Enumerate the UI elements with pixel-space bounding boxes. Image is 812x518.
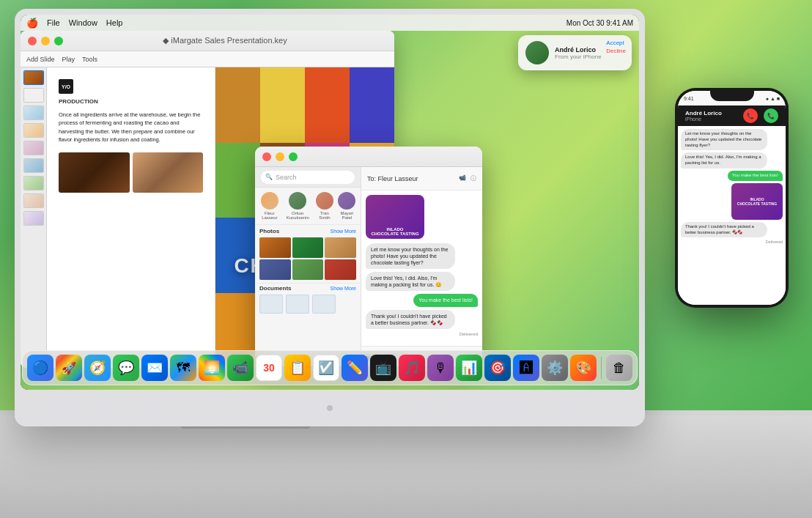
dock-icon-photos[interactable]: 🌅 xyxy=(199,355,225,381)
msg-received-4: Thank you! I couldn't have picked a bett… xyxy=(366,310,455,329)
docs-grid xyxy=(259,295,356,314)
photo-thumb-1[interactable] xyxy=(259,237,291,258)
menubar-window[interactable]: Window xyxy=(69,18,97,27)
slide-thumb-3[interactable] xyxy=(23,106,44,120)
slide-section: PRODUCTION xyxy=(59,98,203,105)
dock-icon-screensaver[interactable]: 🎨 xyxy=(570,355,597,381)
toolbar-add-slide[interactable]: Add Slide xyxy=(26,56,55,63)
dock-icon-settings[interactable]: ⚙️ xyxy=(542,355,568,381)
dock-icon-appletv[interactable]: 📺 xyxy=(370,355,396,381)
menubar-right: Mon Oct 30 9:41 AM xyxy=(566,19,633,27)
imessage-maximize-button[interactable] xyxy=(289,152,298,161)
choc-cell-3 xyxy=(305,67,350,143)
info-icon[interactable]: ⓘ xyxy=(470,174,476,182)
imessage-minimize-button[interactable] xyxy=(276,152,284,161)
choc-cell-1 xyxy=(215,67,260,143)
slide-thumb-7[interactable] xyxy=(23,176,44,190)
dock-icon-launchpad[interactable]: 🚀 xyxy=(56,355,82,381)
menubar-help[interactable]: Help xyxy=(106,18,123,27)
search-input-bar[interactable]: 🔍 Search xyxy=(261,171,355,184)
imac-screen: 🍎 File Window Help Mon Oct 30 9:41 AM xyxy=(21,15,639,390)
contact-avatar-fleur xyxy=(261,192,278,210)
dock-icon-trash[interactable]: 🗑 xyxy=(606,355,632,381)
menubar-file[interactable]: File xyxy=(47,18,60,27)
doc-thumb-2[interactable] xyxy=(286,295,309,314)
dock-icon-mail[interactable]: ✉️ xyxy=(141,355,168,381)
choc-cell-2 xyxy=(260,67,305,143)
msg-bubble-3: Thank you! I couldn't have picked a bett… xyxy=(366,310,455,329)
notif-decline-button[interactable]: Decline xyxy=(606,48,626,54)
docs-show-more[interactable]: Show More xyxy=(331,286,356,291)
notif-buttons: Accept Decline xyxy=(606,40,626,54)
slide-thumb-2[interactable] xyxy=(23,88,44,103)
choc-cell-5 xyxy=(215,143,260,218)
dock-icon-numbers[interactable]: 📊 xyxy=(456,355,482,381)
menubar-left: 🍎 File Window Help xyxy=(26,18,122,29)
contact-mayori[interactable]: Mayori Patel xyxy=(338,192,356,220)
minimize-button[interactable] xyxy=(41,37,50,45)
slide-thumb-6[interactable] xyxy=(23,158,44,173)
slide-thumb-9[interactable] xyxy=(23,211,44,226)
slide-thumb-8[interactable] xyxy=(23,193,44,208)
notification-banner: André Lorico From your iPhone Accept Dec… xyxy=(518,35,632,70)
contact-name-mayori: Mayori Patel xyxy=(338,211,356,220)
call-end-button[interactable]: 📞 xyxy=(743,108,758,123)
dock-icon-notes[interactable]: 📋 xyxy=(284,355,311,381)
imessage-titlebar xyxy=(255,147,482,167)
dock-icon-freeform[interactable]: ✏️ xyxy=(342,355,368,381)
doc-thumb-3[interactable] xyxy=(312,295,336,314)
iphone-msg-3: You make the best lists! xyxy=(728,171,783,181)
imessage-body: 🔍 Search Fleur Lasseur xyxy=(255,167,482,366)
slide-thumb-1[interactable] xyxy=(23,70,44,85)
dock-icon-music[interactable]: 🎵 xyxy=(399,355,425,381)
contact-name-fleur: Fleur Lasseur xyxy=(259,211,280,220)
notif-accept-button[interactable]: Accept xyxy=(606,40,626,46)
apple-menu[interactable]: 🍎 xyxy=(26,18,38,29)
dock-icon-finder[interactable]: 🔵 xyxy=(27,355,53,381)
dock-icon-safari[interactable]: 🧭 xyxy=(84,355,111,381)
contact-fleur[interactable]: Fleur Lasseur xyxy=(259,192,280,220)
contact-avatar-orkun xyxy=(289,192,306,210)
doc-thumb-1[interactable] xyxy=(259,295,283,314)
dock-icon-maps[interactable]: 🗺 xyxy=(170,355,196,381)
dock-icon-appstore[interactable]: 🅰 xyxy=(513,355,539,381)
toolbar-tools[interactable]: Tools xyxy=(82,56,97,63)
photo-thumb-3[interactable] xyxy=(325,237,356,258)
toolbar-play[interactable]: Play xyxy=(62,56,75,63)
video-icon[interactable]: 📹 xyxy=(459,174,466,182)
dock-icon-keynote[interactable]: 🎯 xyxy=(484,355,511,381)
iphone-msg-img: INLADOCHOCOLATE TASTING xyxy=(731,183,783,220)
photo-thumb-4[interactable] xyxy=(259,259,291,280)
iphone-notch xyxy=(710,91,754,101)
dock-icon-calendar[interactable]: 30 xyxy=(256,355,282,381)
keynote-toolbar: Add Slide Play Tools xyxy=(21,51,394,67)
contact-avatar-tran xyxy=(316,192,333,210)
slide-thumb-5[interactable] xyxy=(23,141,44,155)
photo-thumb-6[interactable] xyxy=(325,259,356,280)
msg-received-3: Love this! Yes, I did. Also, I'm making … xyxy=(366,272,455,291)
contact-tran[interactable]: Tran Smith xyxy=(316,192,333,220)
photo-thumb-5[interactable] xyxy=(292,259,324,280)
dock-icon-reminders[interactable]: ☑️ xyxy=(313,355,339,381)
chat-messages: INLADOCHOCOLATE TASTING Let me know your… xyxy=(361,190,482,346)
call-accept-button[interactable]: 📞 xyxy=(764,108,778,123)
contact-orkun[interactable]: Orkun Kucuksenin xyxy=(284,192,311,220)
dock-icon-facetime[interactable]: 📹 xyxy=(227,355,254,381)
maximize-button[interactable] xyxy=(54,37,63,45)
imessage-search-bar[interactable]: 🔍 Search xyxy=(255,167,361,188)
iphone-msg-4: Thank you! I couldn't have picked a bett… xyxy=(681,222,767,238)
photos-section: Photos Show More xyxy=(255,225,361,283)
window-controls[interactable] xyxy=(28,37,63,45)
photo-thumb-2[interactable] xyxy=(292,237,324,258)
photos-show-more[interactable]: Show More xyxy=(331,229,356,234)
slide-thumb-4[interactable] xyxy=(23,123,44,138)
contact-name-orkun: Orkun Kucuksenin xyxy=(284,211,311,220)
imac-chin xyxy=(15,390,645,426)
iphone-msg-2: Love this! Yes, I did. Also, I'm making … xyxy=(681,152,767,169)
imessage-window-controls[interactable] xyxy=(262,152,298,161)
dock-icon-messages[interactable]: 💬 xyxy=(113,355,139,381)
dock-icon-podcasts[interactable]: 🎙 xyxy=(427,355,454,381)
imessage-close-button[interactable] xyxy=(262,152,271,161)
slide-image-1 xyxy=(59,152,130,193)
close-button[interactable] xyxy=(28,37,37,45)
